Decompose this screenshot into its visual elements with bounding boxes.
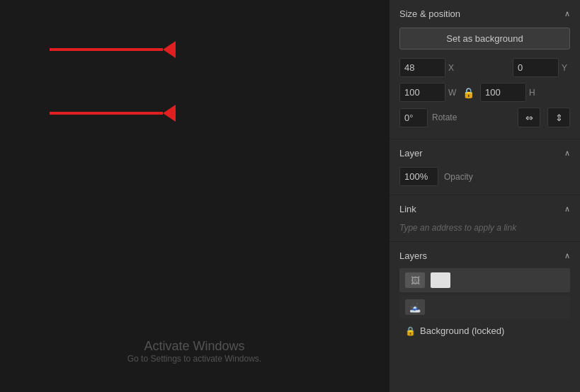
- layer-thumb-icon-1: 🖼: [411, 275, 420, 286]
- background-lock-icon: 🔒: [405, 326, 416, 336]
- wh-row: W 🔒 H: [399, 83, 570, 102]
- x-label: X: [448, 63, 457, 73]
- arrow-line-2: [50, 112, 163, 115]
- main-container: Activate Windows Go to Settings to activ…: [0, 0, 580, 392]
- layer-title: Layer: [399, 148, 423, 158]
- right-panel: Size & position ∧ Set as background X Y: [389, 0, 580, 392]
- background-locked-label: Background (locked): [420, 325, 504, 336]
- layer-item-1[interactable]: 🖼: [399, 268, 570, 292]
- y-label: Y: [562, 63, 570, 73]
- y-input[interactable]: [513, 58, 559, 77]
- arrow-set-background: [50, 41, 191, 58]
- arrowhead-2: [163, 105, 176, 122]
- w-label: W: [448, 88, 457, 98]
- link-header: Link ∧: [399, 204, 570, 214]
- rotate-row: Rotate ⇔ ⇕: [399, 108, 570, 127]
- opacity-row: Opacity: [399, 167, 570, 186]
- h-label: H: [529, 88, 538, 98]
- layer-section: Layer ∧ Opacity: [389, 139, 580, 195]
- link-chevron[interactable]: ∧: [564, 204, 570, 214]
- w-input-group: W: [399, 83, 457, 102]
- layer-thumb-1: 🖼: [405, 272, 425, 288]
- flip-horizontal-button[interactable]: ⇔: [518, 108, 540, 127]
- layers-chevron[interactable]: ∧: [564, 251, 570, 260]
- watermark-subtitle: Go to Settings to activate Windows.: [0, 354, 389, 364]
- opacity-input[interactable]: [399, 167, 438, 186]
- size-position-section: Size & position ∧ Set as background X Y: [389, 0, 580, 139]
- arrowhead-1: [163, 41, 176, 58]
- link-section: Link ∧ Type an address to apply a link: [389, 195, 580, 242]
- layers-section: Layers ∧ 🖼 🗻 🔒 Background (locked): [389, 242, 580, 348]
- size-position-header: Size & position ∧: [399, 8, 570, 19]
- size-position-title: Size & position: [399, 8, 460, 19]
- size-position-chevron[interactable]: ∧: [564, 9, 570, 18]
- link-title: Link: [399, 204, 416, 214]
- flip-vertical-button[interactable]: ⇕: [547, 108, 570, 127]
- layer-thumb-2: 🗻: [405, 299, 425, 315]
- layer-thumb-icon-2: 🗻: [409, 302, 421, 313]
- layer-header: Layer ∧: [399, 148, 570, 158]
- layers-header: Layers ∧: [399, 250, 570, 261]
- layer-item-2[interactable]: 🗻: [399, 295, 570, 319]
- y-input-group: Y: [513, 58, 570, 77]
- rotate-input[interactable]: [399, 108, 428, 127]
- arrow-h-input: [50, 105, 191, 122]
- layer-thumb-white: [431, 272, 450, 288]
- arrow-line-1: [50, 48, 163, 51]
- windows-watermark: Activate Windows Go to Settings to activ…: [0, 339, 389, 364]
- left-area: Activate Windows Go to Settings to activ…: [0, 0, 389, 392]
- xy-row: X Y: [399, 58, 570, 77]
- x-input-group: X: [399, 58, 457, 77]
- locked-layer: 🔒 Background (locked): [399, 322, 570, 340]
- lock-aspect-icon[interactable]: 🔒: [461, 87, 476, 98]
- h-input[interactable]: [480, 83, 526, 102]
- watermark-title: Activate Windows: [0, 339, 389, 354]
- layer-chevron[interactable]: ∧: [564, 149, 570, 158]
- h-input-group: H: [480, 83, 538, 102]
- layers-title: Layers: [399, 250, 427, 261]
- rotate-label: Rotate: [432, 113, 457, 122]
- x-input[interactable]: [399, 58, 445, 77]
- w-input[interactable]: [399, 83, 445, 102]
- opacity-label: Opacity: [444, 172, 473, 182]
- link-placeholder: Type an address to apply a link: [399, 223, 570, 233]
- set-as-background-button[interactable]: Set as background: [399, 28, 570, 50]
